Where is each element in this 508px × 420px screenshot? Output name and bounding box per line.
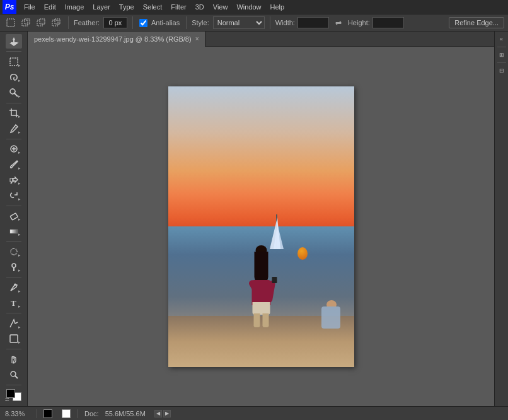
lasso-tool[interactable]: ▸ [6, 70, 22, 85]
add-selection-btn[interactable] [19, 16, 33, 30]
leg-right [262, 313, 268, 327]
menu-view[interactable]: View [209, 2, 232, 12]
dodge-tool[interactable]: ▸ [6, 260, 22, 274]
svg-point-10 [10, 89, 15, 94]
svg-point-21 [11, 248, 17, 255]
menu-select[interactable]: Select [139, 2, 166, 12]
buoy [297, 247, 308, 260]
sailboat [263, 211, 289, 249]
height-input[interactable] [372, 17, 404, 28]
foreground-background-colors[interactable]: ⇌ [4, 388, 24, 404]
svg-rect-8 [10, 58, 18, 66]
photo-frame [168, 86, 354, 367]
width-label: Width: [275, 19, 295, 26]
menu-edit[interactable]: Edit [40, 2, 60, 12]
rp-sep-1 [497, 47, 506, 47]
menu-layer[interactable]: Layer [89, 2, 114, 12]
tool-sep-1 [6, 51, 21, 52]
tool-sep-4 [6, 206, 21, 206]
new-selection-btn[interactable] [4, 16, 18, 30]
menu-image[interactable]: Image [61, 2, 88, 12]
person-hair [254, 252, 268, 283]
tab-close-btn[interactable]: × [195, 36, 199, 42]
svg-rect-6 [55, 19, 60, 24]
p2-body [321, 306, 340, 329]
right-panel-collapse-btn[interactable]: « [497, 34, 507, 44]
text-tool[interactable]: T ▸ [6, 296, 22, 310]
zoom-tool[interactable] [6, 367, 22, 382]
panels-btn-1[interactable]: ⊞ [497, 50, 507, 60]
svg-rect-4 [40, 19, 45, 24]
toolbar: ▸ ▸ ▸ ▸ ▸ ▸ ▸ [0, 32, 28, 406]
options-bar: Feather: Anti-alias Style: Normal Fixed … [0, 14, 508, 32]
magic-wand-tool[interactable]: ▸ [6, 85, 22, 100]
tool-sep-3 [6, 139, 21, 139]
person-secondary [315, 300, 347, 344]
hand-tool[interactable] [6, 352, 22, 366]
blur-tool[interactable]: ▸ [6, 244, 22, 259]
color-indicators [59, 408, 71, 419]
pen-tool[interactable]: ▸ [6, 280, 22, 295]
svg-line-28 [15, 376, 18, 378]
subtract-selection-btn[interactable] [34, 16, 48, 30]
menu-help[interactable]: Help [267, 2, 289, 12]
tab-filename: pexels-wendy-wei-13299947.jpg @ 8.33% (R… [34, 35, 192, 43]
gradient-tool[interactable]: ▸ [6, 224, 22, 238]
options-separator-3 [186, 16, 187, 29]
antialias-label: Anti-alias [151, 19, 180, 26]
eyedropper-tool[interactable]: ▸ [6, 121, 22, 136]
person-main [244, 245, 279, 327]
next-state-btn[interactable]: ▶ [163, 410, 171, 417]
panels-btn-2[interactable]: ⊟ [497, 66, 507, 76]
eraser-tool[interactable]: ▸ [6, 208, 22, 223]
right-panel: « ⊞ ⊟ [494, 32, 508, 406]
tool-sep-9 [6, 385, 21, 385]
doc-value: 55.6M/55.6M [105, 410, 146, 417]
svg-rect-26 [10, 335, 18, 342]
menu-file[interactable]: File [20, 2, 39, 12]
options-separator-1 [68, 16, 69, 29]
antialias-checkbox[interactable] [139, 19, 147, 27]
history-brush-tool[interactable]: ▸ [6, 188, 22, 202]
intersect-selection-btn[interactable] [49, 16, 63, 30]
ps-logo: Ps [3, 0, 16, 14]
options-separator-2 [132, 16, 133, 29]
image-canvas [28, 47, 494, 406]
marquee-tool[interactable]: ▸ [6, 54, 22, 69]
prev-state-btn[interactable]: ◀ [154, 410, 162, 417]
swap-dimensions-btn[interactable]: ⇌ [332, 16, 345, 30]
doc-label: Doc: [84, 410, 99, 417]
svg-rect-20 [10, 230, 18, 233]
main-area: ▸ ▸ ▸ ▸ ▸ ▸ ▸ [0, 32, 508, 406]
feather-input[interactable] [103, 17, 127, 28]
width-input[interactable] [297, 17, 329, 28]
zoom-level: 8.33% [5, 410, 30, 417]
shapes-tool[interactable]: ▸ [6, 332, 22, 346]
photo-content [168, 86, 354, 367]
style-select[interactable]: Normal Fixed Ratio Fixed Size [213, 16, 265, 29]
document-tab[interactable]: pexels-wendy-wei-13299947.jpg @ 8.33% (R… [28, 32, 205, 47]
person-legs [253, 313, 268, 327]
menu-3d[interactable]: 3D [192, 2, 208, 12]
healing-brush-tool[interactable]: ▸ [6, 142, 22, 156]
crop-tool[interactable]: ▸ [6, 106, 22, 120]
foreground-color-indicator[interactable] [43, 409, 52, 418]
canvas-area: pexels-wendy-wei-13299947.jpg @ 8.33% (R… [28, 32, 494, 406]
menu-type[interactable]: Type [115, 2, 138, 12]
statusbar: 8.33% Doc: 55.6M/55.6M ◀ ▶ [0, 406, 508, 420]
options-separator-4 [270, 16, 270, 29]
path-selection-tool[interactable]: ▸ [6, 316, 22, 330]
menu-window[interactable]: Window [233, 2, 265, 12]
svg-line-14 [14, 126, 16, 128]
clone-stamp-tool[interactable]: ▸ [6, 173, 22, 187]
refine-edge-button[interactable]: Refine Edge... [449, 17, 504, 28]
style-label: Style: [192, 19, 209, 26]
rp-sep-2 [497, 62, 506, 63]
menu-filter[interactable]: Filter [167, 2, 190, 12]
move-tool[interactable] [6, 34, 22, 49]
person-body [251, 280, 270, 305]
tool-sep-6 [6, 277, 21, 277]
svg-rect-0 [7, 19, 14, 26]
brush-tool[interactable]: ▸ [6, 157, 22, 172]
menubar: Ps File Edit Image Layer Type Select Fil… [0, 0, 508, 14]
